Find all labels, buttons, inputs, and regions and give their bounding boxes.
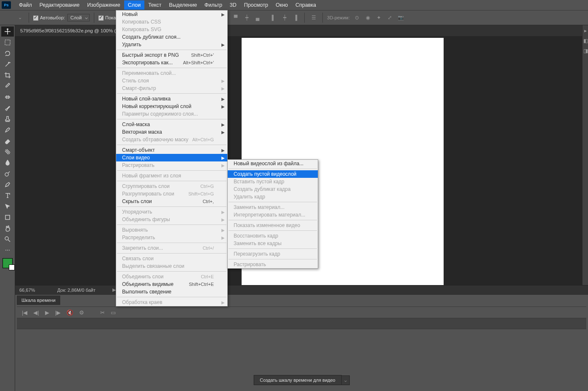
panel-icon[interactable]: ▸ xyxy=(583,26,588,35)
menu-item[interactable]: Экспортировать как...Alt+Shift+Ctrl+' xyxy=(116,59,227,66)
menu-item[interactable]: Новый корректирующий слой▶ xyxy=(116,103,227,110)
scale-3d-icon[interactable]: ⤢ xyxy=(385,13,394,22)
menu-текст[interactable]: Текст xyxy=(144,0,165,10)
move-tool[interactable] xyxy=(1,26,14,37)
dropdown-arrow-icon[interactable]: ⌵ xyxy=(15,13,24,22)
align-right-icon[interactable]: ▐ xyxy=(291,13,300,22)
menu-item-label: Заменить все кадры xyxy=(234,240,282,246)
menu-фильтр[interactable]: Фильтр xyxy=(201,0,226,10)
autoselect-checkbox[interactable]: Автовыбор: xyxy=(33,15,65,21)
distribute-icon[interactable]: ☰ xyxy=(309,13,318,22)
menu-item[interactable]: Быстрый экспорт в PNGShift+Ctrl+' xyxy=(116,51,227,59)
marquee-tool[interactable] xyxy=(1,37,14,48)
submenu-arrow-icon: ▶ xyxy=(221,12,225,17)
timeline-tab[interactable]: Шкала времени xyxy=(17,296,60,305)
menu-item: Обработка краев▶ xyxy=(116,299,227,306)
menu-item-label: Стиль слоя xyxy=(122,78,149,84)
first-frame-icon[interactable]: |◀ xyxy=(22,309,27,316)
menubar: Ps ФайлРедактированиеИзображениеСлоиТекс… xyxy=(0,0,588,10)
menu-item[interactable]: Новый видеослой из файла... xyxy=(228,160,318,167)
menu-изображение[interactable]: Изображение xyxy=(83,0,124,10)
menu-выделение[interactable]: Выделение xyxy=(165,0,201,10)
menu-item-label: Перезагрузить кадр xyxy=(234,251,280,257)
menu-окно[interactable]: Окно xyxy=(272,0,292,10)
mute-icon[interactable]: 🔇 xyxy=(67,309,73,316)
create-timeline-button[interactable]: Создать шкалу времени для видео xyxy=(253,375,341,385)
gradient-tool[interactable] xyxy=(1,147,14,157)
menu-separator xyxy=(117,50,226,50)
timeline-track[interactable] xyxy=(17,318,586,329)
separator xyxy=(304,13,305,23)
dodge-tool[interactable] xyxy=(1,169,14,179)
menu-просмотр[interactable]: Просмотр xyxy=(240,0,272,10)
panel-icon[interactable]: ◨ xyxy=(583,46,588,55)
edit-toolbar[interactable]: ⋯ xyxy=(1,245,14,255)
wand-tool[interactable] xyxy=(1,59,14,69)
play-icon[interactable]: ▶ xyxy=(45,309,49,316)
menu-item[interactable]: Создать дубликат слоя... xyxy=(116,33,227,41)
menu-item[interactable]: Слои видео▶ xyxy=(116,154,227,161)
menu-item[interactable]: Новый слой-заливка▶ xyxy=(116,95,227,103)
menu-item[interactable]: Новый▶ xyxy=(116,11,227,18)
menu-item[interactable]: Смарт-объект▶ xyxy=(116,146,227,154)
align-left-icon[interactable]: ▌ xyxy=(269,13,278,22)
menu-item: Заменить материал... xyxy=(228,203,318,211)
eraser-tool[interactable] xyxy=(1,136,14,146)
menu-справка[interactable]: Справка xyxy=(292,0,320,10)
menu-слои[interactable]: Слои xyxy=(124,0,144,10)
hand-tool[interactable] xyxy=(1,223,14,233)
info-arrow-icon[interactable]: ▶ xyxy=(112,287,116,293)
align-bottom-icon[interactable]: ▄ xyxy=(253,13,262,22)
next-frame-icon[interactable]: |▶ xyxy=(55,309,61,316)
menu-item[interactable]: Создать пустой видеослой xyxy=(228,170,318,178)
stamp-tool[interactable] xyxy=(1,114,14,124)
orbit-icon[interactable]: ⊙ xyxy=(352,13,362,22)
menu-item: Интерпретировать материал... xyxy=(228,211,318,219)
blur-tool[interactable] xyxy=(1,158,14,168)
menu-item[interactable]: Слой-маска▶ xyxy=(116,121,227,128)
menu-item[interactable]: Выполнить сведение xyxy=(116,288,227,296)
brush-tool[interactable] xyxy=(1,103,14,113)
menu-файл[interactable]: Файл xyxy=(15,0,36,10)
prev-frame-icon[interactable]: ◀| xyxy=(33,309,39,316)
menu-separator xyxy=(117,253,226,254)
cut-icon[interactable]: ✂ xyxy=(100,309,105,316)
foreground-color[interactable] xyxy=(3,258,13,268)
lasso-tool[interactable] xyxy=(1,48,14,58)
menu-редактирование[interactable]: Редактирование xyxy=(36,0,83,10)
heal-tool[interactable] xyxy=(1,92,14,102)
eyedropper-tool[interactable] xyxy=(1,81,14,91)
menu-item-label: Распределить xyxy=(122,235,155,240)
submenu-arrow-icon: ▶ xyxy=(221,104,225,109)
align-top-icon[interactable]: ▀ xyxy=(231,13,240,22)
panel-icon[interactable]: ◧ xyxy=(583,36,588,45)
camera-icon[interactable]: 📷 xyxy=(396,13,405,22)
move-tool-icon[interactable] xyxy=(3,13,13,22)
menu-3d[interactable]: 3D xyxy=(226,0,240,10)
pan-icon[interactable]: ◉ xyxy=(363,13,372,22)
create-timeline-dropdown-icon[interactable]: ⌵ xyxy=(342,375,350,385)
type-tool[interactable] xyxy=(1,190,14,201)
crop-tool[interactable] xyxy=(1,70,14,80)
menu-item[interactable]: Скрыть слоиCtrl+, xyxy=(116,198,227,205)
menu-item[interactable]: Векторная маска▶ xyxy=(116,128,227,136)
zoom-value[interactable]: 66,67% xyxy=(19,288,45,293)
menu-item[interactable]: Объединить видимыеShift+Ctrl+E xyxy=(116,280,227,288)
settings-icon[interactable]: ⚙ xyxy=(79,309,84,316)
document-tab[interactable]: 5795d985e3f081562159b32e.png @ 100% (R xyxy=(15,25,588,36)
transition-icon[interactable]: ▭ xyxy=(111,309,116,316)
menu-item: Разгруппировать слоиShift+Ctrl+G xyxy=(116,190,227,198)
submenu-arrow-icon: ▶ xyxy=(221,156,225,160)
menu-item[interactable]: Удалить▶ xyxy=(116,41,227,48)
path-tool[interactable] xyxy=(1,201,14,211)
align-vcenter-icon[interactable]: ┿ xyxy=(242,13,251,22)
move-3d-icon[interactable]: ✦ xyxy=(374,13,383,22)
shape-tool[interactable] xyxy=(1,212,14,222)
menu-item: Выделить связанные слои xyxy=(116,262,227,270)
layer-select[interactable]: Слой xyxy=(67,14,90,21)
align-hcenter-icon[interactable]: ┿ xyxy=(280,13,289,22)
zoom-tool[interactable] xyxy=(1,234,14,244)
pen-tool[interactable] xyxy=(1,180,14,190)
menu-shortcut: Ctrl+E xyxy=(201,274,217,279)
history-brush-tool[interactable] xyxy=(1,125,14,135)
